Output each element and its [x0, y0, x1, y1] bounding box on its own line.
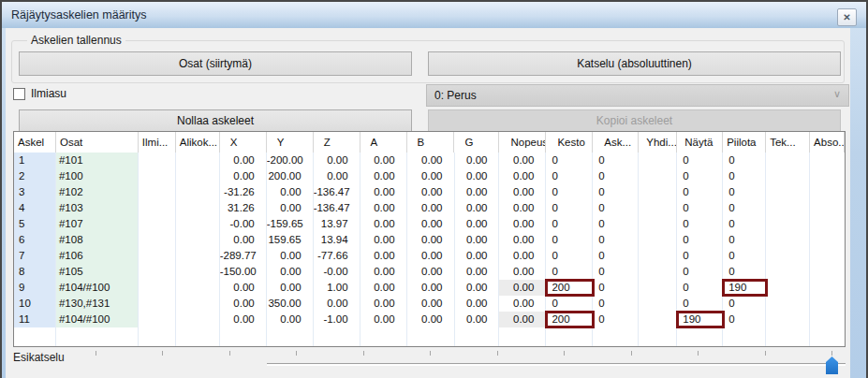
cell-nayta[interactable]: 0: [677, 216, 723, 232]
cell-ilmi[interactable]: [139, 184, 176, 200]
cell-x[interactable]: -31.26: [220, 184, 267, 200]
cell-a[interactable]: 0.00: [360, 264, 407, 280]
cell-x[interactable]: 0.00: [220, 153, 267, 168]
cell-ask[interactable]: 0: [593, 216, 639, 232]
cell-ilmi[interactable]: [139, 200, 176, 216]
cell-nopeus[interactable]: 0.00: [499, 280, 546, 296]
slider-handle[interactable]: [826, 356, 838, 374]
cell-piilota[interactable]: 0: [723, 296, 766, 312]
cell-z[interactable]: -136.47: [314, 200, 360, 216]
cell-alikok[interactable]: [176, 280, 220, 296]
cell-ilmi[interactable]: [139, 216, 176, 232]
cell-g[interactable]: 0.00: [455, 312, 500, 327]
cell-ilmi[interactable]: [139, 280, 176, 296]
cell-z[interactable]: -0.00: [314, 264, 360, 280]
cell-g[interactable]: 0.00: [455, 280, 500, 296]
close-button[interactable]: ✕: [837, 8, 857, 26]
column-header-a[interactable]: A: [360, 132, 407, 153]
cell-ask[interactable]: 0: [593, 280, 639, 296]
cell-y[interactable]: 0.00: [267, 248, 314, 264]
cell-ilmi[interactable]: [139, 264, 176, 280]
cell-osat[interactable]: #102: [56, 184, 139, 200]
cell-kesto[interactable]: 0: [546, 168, 593, 184]
column-header-ilmi[interactable]: Ilmi...: [139, 132, 176, 153]
cell-kesto[interactable]: 0: [546, 200, 593, 216]
cell-alikok[interactable]: [176, 296, 220, 312]
table-row[interactable]: 10#130,#1310.00350.000.000.000.000.000.0…: [14, 296, 845, 312]
cell-ilmi[interactable]: [139, 232, 176, 248]
cell-a[interactable]: 0.00: [360, 200, 407, 216]
cell-askel[interactable]: 6: [14, 232, 56, 248]
cell-nayta[interactable]: 0: [677, 168, 723, 184]
cell-ilmi[interactable]: [139, 296, 176, 312]
cell-askel[interactable]: 8: [14, 264, 56, 280]
table-row[interactable]: 1#1010.00-200.000.000.000.000.000.000000: [14, 153, 845, 168]
cell-nayta[interactable]: 0: [677, 200, 723, 216]
cell-kesto[interactable]: 0: [546, 296, 593, 312]
cell-osat[interactable]: #130,#131: [56, 296, 139, 312]
cell-alikok[interactable]: [176, 184, 220, 200]
cell-y[interactable]: 0.00: [267, 280, 314, 296]
cell-g[interactable]: 0.00: [455, 264, 500, 280]
cell-abso[interactable]: [810, 280, 845, 296]
cell-kesto[interactable]: 0: [546, 216, 593, 232]
cell-piilota[interactable]: 0: [723, 312, 766, 327]
cell-osat[interactable]: #104/#100: [56, 312, 139, 327]
cell-x[interactable]: -0.00: [220, 216, 267, 232]
cell-askel[interactable]: 2: [14, 168, 56, 184]
cell-ilmi[interactable]: [139, 248, 176, 264]
cell-b[interactable]: 0.00: [407, 232, 455, 248]
table-row[interactable]: 3#102-31.260.00-136.470.000.000.000.0000…: [14, 184, 845, 200]
cell-piilota[interactable]: 0: [723, 232, 766, 248]
cell-y[interactable]: 159.65: [267, 232, 314, 248]
cell-x[interactable]: 0.00: [220, 312, 267, 327]
cell-yhdi[interactable]: [639, 153, 677, 168]
cell-z[interactable]: -136.47: [314, 184, 360, 200]
column-header-yhdi[interactable]: Yhdi...: [639, 132, 677, 153]
cell-a[interactable]: 0.00: [360, 184, 407, 200]
cell-tek[interactable]: [766, 184, 810, 200]
cell-tek[interactable]: [766, 264, 810, 280]
cell-alikok[interactable]: [176, 168, 220, 184]
ilmiasu-checkbox[interactable]: [13, 88, 25, 100]
cell-ask[interactable]: 0: [593, 184, 639, 200]
cell-tek[interactable]: [766, 296, 810, 312]
cell-z[interactable]: -1.00: [314, 312, 360, 327]
cell-nopeus[interactable]: 0.00: [499, 296, 546, 312]
cell-nayta[interactable]: 0: [677, 280, 723, 296]
cell-osat[interactable]: #108: [56, 232, 139, 248]
table-row[interactable]: 9#104/#1000.000.001.000.000.000.000.0020…: [14, 280, 845, 296]
cell-yhdi[interactable]: [639, 248, 677, 264]
cell-nopeus[interactable]: 0.00: [499, 153, 546, 168]
cell-yhdi[interactable]: [639, 296, 677, 312]
cell-abso[interactable]: [810, 248, 845, 264]
cell-g[interactable]: 0.00: [455, 153, 500, 168]
cell-x[interactable]: -289.77: [220, 248, 267, 264]
cell-y[interactable]: -200.00: [267, 153, 314, 168]
cell-piilota[interactable]: 0: [723, 264, 766, 280]
cell-piilota[interactable]: 0: [723, 153, 766, 168]
cell-tek[interactable]: [766, 248, 810, 264]
cell-tek[interactable]: [766, 153, 810, 168]
cell-ask[interactable]: 0: [593, 264, 639, 280]
column-header-abso[interactable]: Abso...: [810, 132, 845, 153]
column-header-nayta[interactable]: Näytä: [677, 132, 723, 153]
cell-ask[interactable]: 0: [593, 200, 639, 216]
column-header-z[interactable]: Z: [314, 132, 360, 153]
cell-askel[interactable]: 1: [14, 153, 56, 168]
cell-g[interactable]: 0.00: [455, 248, 500, 264]
cell-alikok[interactable]: [176, 232, 220, 248]
nollaa-askeleet-button[interactable]: Nollaa askeleet: [19, 109, 412, 132]
cell-askel[interactable]: 9: [14, 280, 56, 296]
cell-y[interactable]: 200.00: [267, 168, 314, 184]
table-row[interactable]: 4#10331.260.00-136.470.000.000.000.00000…: [14, 200, 845, 216]
cell-z[interactable]: 13.97: [314, 216, 360, 232]
cell-abso[interactable]: [810, 168, 845, 184]
column-header-osat[interactable]: Osat: [56, 132, 139, 153]
column-header-g[interactable]: G: [454, 132, 499, 153]
cell-yhdi[interactable]: [639, 168, 677, 184]
cell-yhdi[interactable]: [639, 280, 677, 296]
cell-abso[interactable]: [810, 312, 845, 327]
cell-tek[interactable]: [766, 232, 810, 248]
cell-b[interactable]: 0.00: [407, 184, 455, 200]
